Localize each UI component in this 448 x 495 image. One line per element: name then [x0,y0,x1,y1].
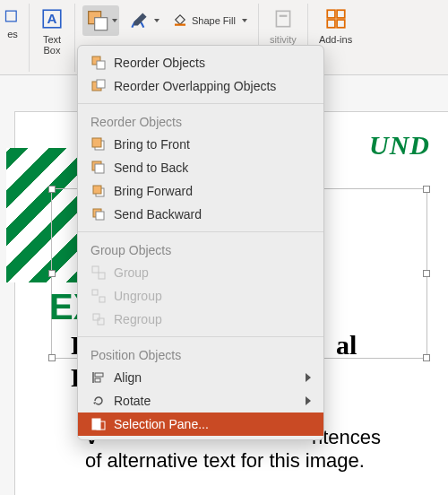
menu-item-label: Rotate [114,394,151,408]
menu-item-reorder-overlapping[interactable]: Reorder Overlapping Objects [78,74,323,98]
menu-section-label: Reorder Objects [78,109,323,133]
resize-handle[interactable] [48,186,56,193]
bucket-icon [172,12,188,30]
send-backward-icon [90,206,107,222]
send-back-icon [90,160,107,176]
menu-item-selection-pane[interactable]: Selection Pane... [78,412,323,436]
svg-rect-17 [92,138,101,147]
menu-item-group: Group [78,261,323,284]
menu-item-label: Align [114,370,142,385]
svg-rect-9 [337,10,345,18]
headline-fragment: al [336,330,357,360]
sensitivity-label: sitivity [270,34,297,45]
sensitivity-button[interactable]: sitivity [266,5,300,47]
ungroup-icon [90,288,107,304]
svg-rect-13 [97,61,105,69]
shapefill-button[interactable]: Shape Fill [168,10,251,31]
menu-item-label: Reorder Overlapping Objects [114,79,276,93]
svg-rect-8 [327,10,335,18]
svg-rect-32 [95,378,100,382]
menu-item-reorder-objects[interactable]: Reorder Objects [78,51,323,74]
body-fragment: of alternative text for this image. [85,449,365,472]
resize-handle[interactable] [48,354,56,361]
menu-item-label: Reorder Objects [114,56,205,70]
svg-rect-27 [99,297,105,302]
menu-item-label: Ungroup [114,289,162,303]
svg-rect-21 [93,186,101,194]
svg-rect-7 [280,15,288,17]
resize-handle[interactable] [423,354,430,361]
menu-item-rotate[interactable]: Rotate [78,389,323,412]
svg-rect-11 [337,20,345,28]
svg-rect-29 [98,318,104,325]
svg-rect-31 [95,373,103,377]
menu-item-bring-to-front[interactable]: Bring to Front [78,133,323,156]
menu-item-label: Regroup [114,312,162,326]
bring-forward-icon [90,183,107,199]
svg-rect-10 [327,20,335,28]
arrange-button[interactable] [82,5,119,36]
reorder-overlap-icon [90,78,107,94]
menu-section-label: Group Objects [78,238,323,261]
rotate-icon [90,393,107,409]
menu-item-send-backward[interactable]: Send Backward [78,203,323,226]
svg-rect-4 [95,18,108,30]
reorder-icon [90,55,107,71]
menu-divider [78,336,323,337]
menu-divider [78,231,323,232]
resize-handle[interactable] [423,270,430,277]
svg-rect-24 [92,266,99,273]
group-icon [90,265,107,281]
chevron-down-icon [154,19,159,22]
arrange-icon [84,7,109,34]
menu-section-label: Position Objects [78,343,323,366]
shapes-icon [4,7,22,27]
chevron-down-icon [242,19,247,22]
shapefill-label: Shape Fill [192,15,236,26]
selection-pane-icon [90,416,107,432]
bring-front-icon [90,136,107,152]
regroup-icon [90,311,107,327]
menu-item-label: Bring to Front [114,137,190,152]
svg-rect-15 [97,80,105,88]
arrange-dropdown-menu: Reorder Objects Reorder Overlapping Obje… [77,45,324,440]
menu-item-label: Send Backward [114,207,202,221]
svg-rect-25 [99,273,105,279]
und-logo: UND [369,130,430,161]
addins-icon [324,7,348,32]
svg-rect-28 [93,314,99,320]
shapes-button[interactable]: es [4,5,22,41]
textbox-icon: A [40,7,64,32]
resize-handle[interactable] [423,186,430,193]
pen-icon [128,8,151,33]
menu-item-label: Bring Forward [114,184,193,198]
menu-divider [78,103,323,104]
sensitivity-icon [271,7,295,32]
menu-item-send-to-back[interactable]: Send to Back [78,156,323,179]
textbox-button[interactable]: A Text Box [37,5,67,57]
svg-rect-5 [175,24,185,26]
shapes-label: es [7,29,18,39]
svg-text:A: A [47,11,57,26]
ink-button[interactable] [125,6,163,35]
addins-button[interactable]: Add-ins [315,5,356,47]
menu-item-label: Selection Pane... [114,417,209,431]
svg-rect-0 [6,11,17,22]
menu-item-label: Send to Back [114,161,188,175]
addins-label: Add-ins [319,34,352,45]
svg-rect-6 [276,11,289,26]
menu-item-ungroup: Ungroup [78,284,323,308]
menu-item-regroup: Regroup [78,308,323,331]
textbox-label: Text Box [43,34,61,56]
svg-rect-26 [92,290,98,295]
align-icon [90,369,107,386]
menu-item-bring-forward[interactable]: Bring Forward [78,179,323,203]
svg-rect-19 [95,164,104,173]
resize-handle[interactable] [48,270,56,277]
menu-item-label: Group [114,265,149,280]
svg-rect-23 [96,212,104,220]
menu-item-align[interactable]: Align [78,366,323,389]
chevron-down-icon [112,19,117,22]
